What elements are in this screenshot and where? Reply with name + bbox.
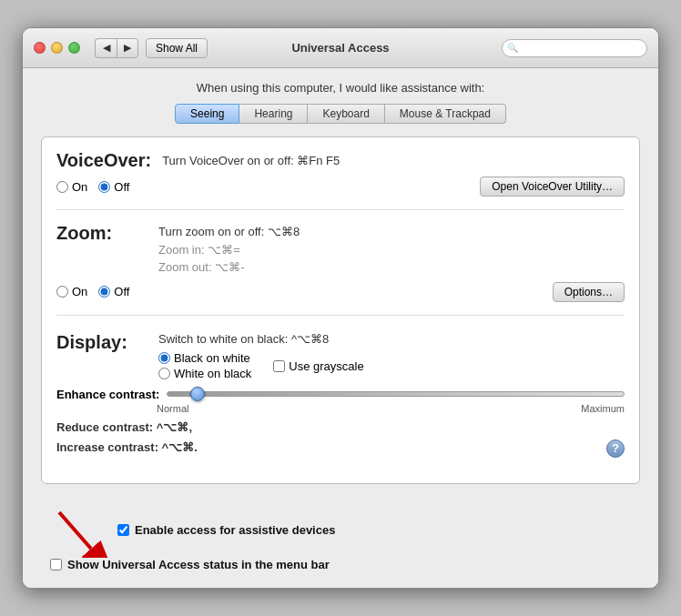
search-input[interactable] [502, 39, 647, 57]
black-on-white-radio[interactable] [158, 352, 170, 364]
red-arrow-icon [41, 508, 114, 558]
increase-contrast-shortcut: Increase contrast: ^⌥⌘. [56, 438, 198, 458]
enable-access-checkbox[interactable] [117, 524, 129, 536]
black-on-white-item: Black on white [158, 351, 251, 365]
traffic-lights [34, 42, 80, 54]
display-title: Display: [56, 332, 147, 353]
reduce-contrast-shortcut: Reduce contrast: ^⌥⌘, [56, 418, 198, 438]
back-button[interactable]: ◀ [95, 38, 117, 58]
use-grayscale-checkbox[interactable] [273, 360, 285, 372]
zoom-controls-row: On Off Options… [56, 282, 625, 302]
voiceover-controls-row: On Off Open VoiceOver Utility… [56, 177, 625, 197]
close-button[interactable] [34, 42, 46, 54]
voiceover-section: VoiceOver: Turn VoiceOver on or off: ⌘Fn… [56, 150, 625, 210]
display-description: Switch to white on black: ^⌥⌘8 [158, 332, 329, 346]
zoom-out-shortcut: Zoom out: ⌥⌘- [158, 258, 300, 277]
zoom-on-text: On [72, 285, 87, 298]
zoom-on-label[interactable]: On [56, 285, 87, 298]
display-top-controls: Switch to white on black: ^⌥⌘8 [158, 332, 625, 346]
voiceover-on-label[interactable]: On [56, 180, 87, 194]
contrast-row: Enhance contrast: [56, 388, 625, 401]
zoom-description: Turn zoom on or off: ⌥⌘8 Zoom in: ⌥⌘= Zo… [158, 223, 300, 277]
zoom-options-button[interactable]: Options… [553, 282, 625, 302]
display-section: Display: Switch to white on black: ^⌥⌘8 … [56, 328, 625, 470]
show-all-button[interactable]: Show All [146, 38, 208, 58]
maximize-button[interactable] [68, 42, 80, 54]
search-wrapper: 🔍 [502, 39, 647, 57]
display-color-options: Black on white White on black [158, 351, 251, 382]
content-area: When using this computer, I would like a… [23, 68, 658, 499]
show-status-checkbox[interactable] [50, 559, 62, 571]
enable-access-label: Enable access for assistive devices [135, 523, 335, 537]
zoom-off-text: Off [114, 285, 129, 298]
zoom-header: Zoom: Turn zoom on or off: ⌥⌘8 Zoom in: … [56, 223, 625, 277]
enhance-contrast-label: Enhance contrast: [56, 388, 159, 401]
voiceover-on-radio[interactable] [56, 181, 68, 193]
window-title: Universal Access [291, 41, 389, 55]
forward-button[interactable]: ▶ [117, 38, 138, 58]
enable-access-item[interactable]: Enable access for assistive devices [117, 523, 335, 537]
zoom-in-shortcut: Zoom in: ⌥⌘= [158, 241, 300, 259]
voiceover-off-label[interactable]: Off [98, 180, 129, 194]
voiceover-header: VoiceOver: Turn VoiceOver on or off: ⌘Fn… [56, 150, 625, 171]
tab-keyboard[interactable]: Keyboard [308, 104, 384, 124]
zoom-off-radio[interactable] [98, 286, 110, 298]
voiceover-on-text: On [72, 180, 87, 194]
tab-hearing[interactable]: Hearing [239, 104, 308, 124]
slider-labels: Normal Maximum [157, 403, 625, 414]
contrast-slider[interactable] [167, 391, 625, 397]
normal-label: Normal [157, 403, 188, 414]
zoom-toggle-shortcut: Turn zoom on or off: ⌥⌘8 [158, 223, 300, 241]
display-options-row: Black on white White on black Use graysc… [158, 351, 625, 382]
display-header: Display: Switch to white on black: ^⌥⌘8 … [56, 332, 625, 382]
main-window: ◀ ▶ Show All Universal Access 🔍 When usi… [22, 27, 659, 589]
white-on-black-radio[interactable] [158, 368, 170, 379]
zoom-section: Zoom: Turn zoom on or off: ⌥⌘8 Zoom in: … [56, 223, 625, 316]
contrast-shortcuts-row: Reduce contrast: ^⌥⌘, Increase contrast:… [56, 418, 625, 458]
voiceover-radio-group: On Off [56, 180, 129, 194]
zoom-off-label[interactable]: Off [98, 285, 129, 298]
tabs-bar: Seeing Hearing Keyboard Mouse & Trackpad [41, 104, 640, 124]
minimize-button[interactable] [51, 42, 63, 54]
maximum-label: Maximum [581, 403, 625, 414]
svg-line-1 [59, 512, 91, 549]
main-panel: VoiceOver: Turn VoiceOver on or off: ⌘Fn… [41, 136, 640, 484]
voiceover-description: Turn VoiceOver on or off: ⌘Fn F5 [162, 150, 340, 169]
show-status-item[interactable]: Show Universal Access status in the menu… [50, 558, 640, 571]
assistance-label: When using this computer, I would like a… [41, 81, 640, 95]
zoom-title: Zoom: [56, 223, 147, 244]
open-voiceover-utility-button[interactable]: Open VoiceOver Utility… [480, 177, 625, 197]
display-right: Switch to white on black: ^⌥⌘8 Black on … [158, 332, 625, 382]
zoom-on-radio[interactable] [56, 286, 68, 298]
footer: Enable access for assistive devices Show… [23, 499, 658, 588]
voiceover-off-radio[interactable] [98, 181, 110, 193]
tab-mouse-trackpad[interactable]: Mouse & Trackpad [385, 104, 506, 124]
black-on-white-label: Black on white [174, 351, 250, 365]
nav-buttons: ◀ ▶ [95, 38, 138, 58]
contrast-shortcuts: Reduce contrast: ^⌥⌘, Increase contrast:… [56, 418, 198, 458]
titlebar: ◀ ▶ Show All Universal Access 🔍 [23, 28, 658, 68]
help-button[interactable]: ? [606, 439, 625, 458]
white-on-black-label: White on black [174, 367, 251, 380]
voiceover-title: VoiceOver: [56, 150, 151, 171]
tab-seeing[interactable]: Seeing [175, 104, 239, 124]
use-grayscale-label: Use grayscale [289, 359, 363, 373]
white-on-black-item: White on black [158, 367, 251, 380]
enable-access-row: Enable access for assistive devices [41, 508, 640, 558]
use-grayscale-item: Use grayscale [273, 351, 363, 382]
zoom-radio-group: On Off [56, 285, 129, 298]
voiceover-off-text: Off [114, 180, 129, 194]
show-status-label: Show Universal Access status in the menu… [67, 558, 330, 571]
